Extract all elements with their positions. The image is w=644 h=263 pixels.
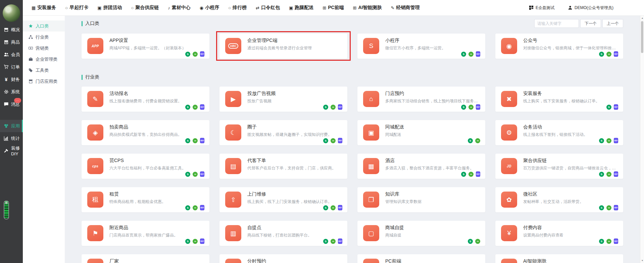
app-card-title: 微社区 [523, 191, 537, 197]
app-card[interactable]: ▤代客下单代替客户在后台下单，支持自营，门店，供应商。 [219, 154, 347, 179]
sidebar-item-0[interactable]: 概况 [0, 23, 23, 36]
scrollbar-thumb[interactable] [641, 21, 643, 53]
section-title-entry: 入口类 [82, 20, 99, 27]
app-card[interactable]: ⌂厂家 [82, 254, 209, 263]
sidebar-item-6[interactable]: 消息... [0, 98, 23, 110]
sidebar-item-label: 系统 [11, 89, 20, 95]
app-card[interactable]: ▶投放广告视频投放广告视频S∞WAP [219, 87, 347, 112]
app-card[interactable]: APPAPP设置商城APP端，多端统一运营。（封装版本）S∞WAP [82, 34, 209, 59]
app-icon-glyph: JD [507, 164, 511, 168]
topnav-item-4[interactable]: ♪素材中心 [168, 5, 191, 11]
topnav-item-1[interactable]: ○早起打卡 [65, 5, 88, 11]
app-card-title: 厂家 [109, 258, 119, 263]
sidebar-item-5[interactable]: 系统 [0, 86, 23, 98]
category-item-5[interactable]: 门店应用类 [23, 76, 65, 87]
account-item-1[interactable]: DEMO(公众号管理员) [568, 5, 613, 11]
topnav-item-6[interactable]: ○排行榜 [228, 5, 247, 11]
topnav-item-9[interactable]: ⊞PC前端 [323, 5, 344, 11]
scrollbar-up-icon[interactable]: ▲ [640, 16, 644, 20]
category-item-2[interactable]: 营销类 [23, 43, 65, 54]
app-card[interactable]: ▢商城自提商城自提S∞ [357, 221, 485, 246]
app-card-desc: 线上购买，线下安装服务，核销确认订单。 [523, 98, 619, 104]
app-card[interactable]: S小程序微信官方小程序，多端统一运营。S∞WAP [357, 34, 485, 59]
category-item-label: 企业管理类 [36, 56, 57, 62]
category-item-0[interactable]: 入口类 [23, 20, 65, 32]
account-item-label: DEMO(公众号管理员) [575, 5, 613, 11]
app-card[interactable]: JD聚合供应链百万货源供应一键进货，自营商品一键推送云仓，采销...S∞WAP [495, 154, 623, 179]
wap-status-icon: WAP [614, 171, 618, 177]
app-icon: ✎ [87, 91, 103, 107]
app-card[interactable]: 租租赁特殊商品租用，租期租金优惠。S∞WAP [82, 187, 209, 212]
sidebar-item-8[interactable]: 统计 [0, 132, 23, 145]
topnav-item-7[interactable]: ⇄口令红包 [256, 5, 280, 11]
sidebar-item-3[interactable]: 订单 [0, 61, 23, 73]
app-card[interactable]: ▭PC前端 [357, 254, 485, 263]
platform-status-icons: SWAP [606, 104, 618, 110]
app-card[interactable]: ☾圈子图文视频发帖，搭建兴趣圈子，实现知识付费。S∞WAP [219, 120, 347, 145]
app-card[interactable]: ▥自提点商品线下核销，打造社区团购平台。S∞WAP [219, 221, 347, 246]
app-card[interactable]: ¥付费内容设置商品付费内容查看S∞WAP [495, 221, 623, 246]
platform-status-icons: S∞WAP [185, 51, 204, 57]
app-card[interactable]: ⌂门店预约多商家线下活动组合销售，线上预约项目线下服务核销。S∞WAP [357, 87, 485, 112]
app-card[interactable]: ⚑附近商品门店商品首页展示，帮商家推广爆品。S∞WAP [82, 221, 209, 246]
category-item-3[interactable]: 企业管理类 [23, 54, 65, 65]
app-icon-glyph: APP [92, 44, 99, 48]
vertical-scrollbar[interactable]: ▲ ▼ [640, 16, 644, 263]
avatar[interactable] [3, 4, 20, 22]
app-card[interactable]: ◈拍卖商品商品拍卖模式新零售，竞拍出价得商品。S∞WAP [82, 120, 209, 145]
sidebar-item-7[interactable]: 应用 [0, 120, 23, 132]
app-icon-glyph: ▢ [368, 229, 374, 237]
app-card[interactable]: ABC企业管理PC端通过前端会员账号登录进行企业管理 [219, 34, 347, 59]
app-card[interactable]: ◴分时预约 [219, 254, 347, 263]
app-card[interactable]: ▣同城配送同城配送S∞ [357, 120, 485, 145]
sidebar-item-2[interactable]: 会员 [0, 48, 23, 61]
account-item-0[interactable]: E企盈测试 [529, 5, 554, 11]
topnav-item-3[interactable]: ○聚合供应链 [131, 5, 159, 11]
app-card[interactable]: ✿微社区发帖种草，社交互动，活跃带货。S∞WAP [495, 187, 623, 212]
topnav-item-11[interactable]: ✎经销商管理 [391, 5, 419, 11]
platform-status-icons: S∞WAP [185, 239, 204, 244]
wap-status-icon: WAP [476, 171, 480, 177]
app-icon-glyph: ☾ [230, 129, 236, 137]
app-card[interactable]: ✖安装服务线上购买，线下安装服务，核销确认订单。SWAP [495, 87, 623, 112]
topnav-item-2[interactable]: ▣拼团活动 [97, 5, 122, 11]
app-icon: ⌂ [363, 91, 379, 107]
sidebar-item-9[interactable]: 装修DIY [0, 145, 23, 157]
app-card[interactable]: ◉公众号对接微信公众号，链接商城，便于一体化管理和推广。S∞WAP [495, 34, 623, 59]
app-card[interactable]: ☺AI智能测肤 [495, 254, 623, 263]
app-card[interactable]: cps芸CPS六大平台红包福利，平台必备高返佣工具。S∞WAP [82, 154, 209, 179]
app-card[interactable]: ❐知识库管理知识库文章数据 [357, 187, 485, 212]
app-card-title: 会务活动 [523, 124, 542, 130]
topnav-item-label: 口令红包 [261, 5, 280, 11]
h5-status-icon: ∞ [331, 138, 336, 143]
platform-status-icons: S∞WAP [461, 171, 480, 177]
category-item-1[interactable]: 行业类 [23, 32, 65, 43]
app-card[interactable]: ⇧上门维修线上购买，线下上门安装服务，核销确认订单。S∞WAP [219, 187, 347, 212]
scrollbar-down-icon[interactable]: ▼ [640, 258, 644, 263]
app-card[interactable]: ⚙会务活动线上报名线下签到，链接线下活动。S∞WAP [495, 120, 623, 145]
app-card-desc: 特殊商品租用，租期租金优惠。 [109, 199, 205, 205]
app-card[interactable]: ✎活动报名线上报名缴纳费用，付费金额营销设置。S∞WAP [82, 87, 209, 112]
app-icon-glyph: ◈ [93, 129, 98, 137]
category-item-4[interactable]: 工具类 [23, 65, 65, 76]
sidebar-item-4[interactable]: ¥财务 [0, 73, 23, 86]
app-card-desc: 通过前端会员账号登录进行企业管理 [247, 45, 343, 51]
topnav-item-5[interactable]: ◉小程序 [200, 5, 219, 11]
search-prev-button[interactable]: 上一个 [602, 19, 623, 28]
topnav-item-0[interactable]: ▦安装服务 [32, 5, 56, 11]
search-next-button[interactable]: 下一个 [580, 19, 601, 28]
miniprogram-status-icon: S [461, 172, 466, 177]
platform-status-icons: S∞ [468, 138, 480, 143]
category-sidebar: 入口类行业类营销类企业管理类工具类门店应用类 [23, 16, 65, 263]
app-icon-glyph: ✖ [506, 95, 512, 103]
topnav-item-8[interactable]: ▣跑腿配送 [289, 5, 313, 11]
app-card-desc: 管理知识库文章数据 [385, 199, 481, 205]
app-card[interactable]: ▦酒店多酒店入驻，整合线下酒店资源，丰富平台服务。S∞WAP [357, 154, 485, 179]
wap-status-icon: WAP [338, 104, 342, 110]
app-icon-glyph: ▥ [230, 229, 236, 237]
app-card-desc: 线上购买，线下上门安装服务，核销确认订单。 [247, 199, 343, 205]
topnav-item-10[interactable]: ⊞AI智能测肤 [353, 5, 382, 11]
sidebar-item-1[interactable]: 商品 [0, 36, 23, 48]
app-icon: ⚑ [87, 225, 103, 241]
search-input[interactable] [534, 19, 579, 28]
